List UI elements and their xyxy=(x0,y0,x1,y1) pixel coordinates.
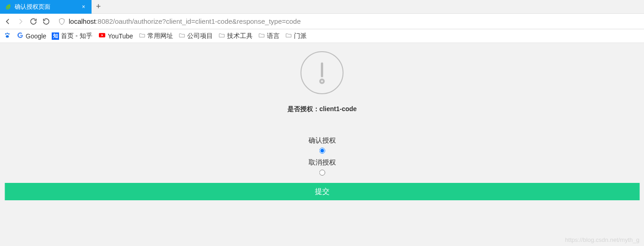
bookmark-folder-2[interactable]: 技术工具 xyxy=(218,32,253,40)
url-input[interactable]: localhost:8082/oauth/authorize?client_id… xyxy=(55,17,640,26)
watermark: https://blog.csdn.net/myth_g xyxy=(565,236,639,243)
undo-icon[interactable] xyxy=(42,17,50,26)
submit-button[interactable]: 提交 xyxy=(5,183,639,200)
confirm-auth-label: 确认授权 xyxy=(0,136,644,145)
new-tab-button[interactable]: + xyxy=(92,2,105,11)
url-text: localhost:8082/oauth/authorize?client_id… xyxy=(69,17,301,25)
auth-form: 是否授权：client1-code 确认授权 取消授权 提交 xyxy=(0,51,644,200)
bookmark-folder-1[interactable]: 公司项目 xyxy=(179,32,213,40)
svg-point-1 xyxy=(7,33,8,34)
bookmark-baidu[interactable] xyxy=(4,32,11,40)
bookmark-google[interactable]: Google xyxy=(16,32,46,40)
cancel-auth-label: 取消授权 xyxy=(0,158,644,167)
bookmark-zhihu[interactable]: 知 首页 - 知乎 xyxy=(52,32,92,40)
paw-icon xyxy=(4,32,11,40)
zhihu-icon: 知 xyxy=(52,32,59,40)
svg-point-3 xyxy=(6,35,9,37)
svg-point-0 xyxy=(5,33,6,35)
close-icon[interactable]: × xyxy=(80,4,87,10)
bookmark-label: 门派 xyxy=(294,32,307,40)
browser-tab-active[interactable]: 确认授权页面 × xyxy=(0,0,92,14)
address-bar: localhost:8082/oauth/authorize?client_id… xyxy=(0,14,644,29)
youtube-icon xyxy=(98,32,106,40)
bookmark-youtube[interactable]: YouTube xyxy=(98,32,133,40)
svg-point-6 xyxy=(320,80,324,83)
bookmark-folder-4[interactable]: 门派 xyxy=(285,32,307,40)
tab-bar: 确认授权页面 × + xyxy=(0,0,644,14)
confirm-auth-radio[interactable] xyxy=(319,148,325,154)
tab-title: 确认授权页面 xyxy=(15,3,50,11)
bookmark-bar: Google 知 首页 - 知乎 YouTube 常用网址 公司项目 技术工具 … xyxy=(0,29,644,43)
page-content: 是否授权：client1-code 确认授权 取消授权 提交 https://b… xyxy=(0,43,644,246)
auth-question: 是否授权：client1-code xyxy=(0,105,644,113)
bookmark-label: 常用网址 xyxy=(147,32,173,40)
cancel-auth-radio[interactable] xyxy=(319,170,325,176)
back-icon[interactable] xyxy=(4,17,12,26)
reload-icon[interactable] xyxy=(29,17,38,26)
bookmark-label: 技术工具 xyxy=(227,32,253,40)
google-icon xyxy=(16,32,24,40)
folder-icon xyxy=(258,32,265,40)
folder-icon xyxy=(139,32,146,40)
svg-point-2 xyxy=(8,33,10,35)
leaf-icon xyxy=(5,3,12,11)
bookmark-label: Google xyxy=(26,32,46,40)
shield-icon xyxy=(58,17,66,26)
bookmark-folder-3[interactable]: 语言 xyxy=(258,32,280,40)
radio-group: 确认授权 取消授权 xyxy=(0,136,644,176)
folder-icon xyxy=(285,32,292,40)
bookmark-label: YouTube xyxy=(108,32,133,40)
exclamation-icon xyxy=(301,51,344,94)
bookmark-label: 公司项目 xyxy=(187,32,213,40)
folder-icon xyxy=(218,32,225,40)
folder-icon xyxy=(179,32,185,40)
bookmark-label: 首页 - 知乎 xyxy=(61,32,92,40)
bookmark-folder-0[interactable]: 常用网址 xyxy=(139,32,173,40)
bookmark-label: 语言 xyxy=(267,32,280,40)
forward-icon[interactable] xyxy=(16,17,25,26)
